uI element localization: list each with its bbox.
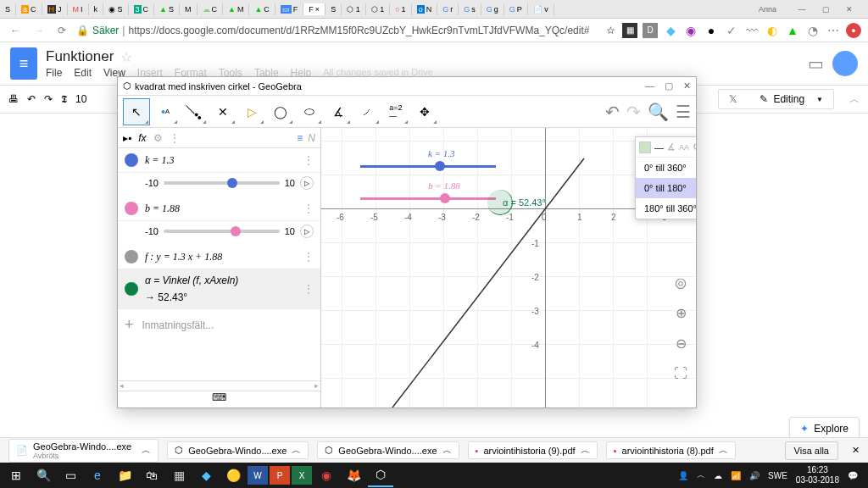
row-menu-icon[interactable]: ⋮ <box>303 154 314 166</box>
store-icon[interactable]: 🛍 <box>139 463 164 487</box>
chevron-up-icon[interactable]: ︿ <box>292 444 301 457</box>
move-tool[interactable]: ↖ <box>123 98 150 125</box>
chrome-icon[interactable]: 🟡 <box>220 463 246 487</box>
show-all-button[interactable]: Visa alla <box>785 441 838 460</box>
angle-option[interactable]: 0° till 360° <box>636 158 696 178</box>
maximize-icon[interactable]: ▢ <box>814 2 837 17</box>
browser-tab[interactable]: H J <box>42 3 68 15</box>
browser-tab[interactable]: ○ 1 <box>390 3 411 15</box>
line-tool[interactable]: —•• <box>181 98 208 125</box>
ext-icon[interactable]: ◉ <box>683 23 698 38</box>
browser-tab[interactable]: ⬡ 1 <box>342 3 366 15</box>
fullscreen-icon[interactable]: ⛶ <box>670 363 691 384</box>
polygon-tool[interactable]: ▷ <box>238 98 265 125</box>
algebra-row-alpha[interactable]: α = Vinkel (f, xAxeln) → 52.43° ⋮ <box>118 269 320 309</box>
firefox-icon[interactable]: 🦊 <box>341 463 366 487</box>
menu-edit[interactable]: Edit <box>74 67 92 79</box>
play-icon[interactable]: ▷ <box>300 176 314 190</box>
ggb-titlebar[interactable]: ⬡ kvadrat med inskriven cirkel - GeoGebr… <box>118 77 696 96</box>
slider-thumb[interactable] <box>435 161 445 171</box>
app-icon[interactable]: ◆ <box>193 463 219 487</box>
redo-icon[interactable]: ↷ <box>44 93 53 105</box>
undo-icon[interactable]: ↶ <box>27 93 36 105</box>
close-icon[interactable]: ✕ <box>683 80 691 92</box>
close-downloads-icon[interactable]: ✕ <box>852 445 860 456</box>
algebra-row-k[interactable]: k = 1.3 ⋮ <box>118 148 320 173</box>
onedrive-icon[interactable]: ☁ <box>714 471 722 480</box>
close-icon[interactable]: ✕ <box>837 2 861 17</box>
zoom-in-icon[interactable]: ⊕ <box>670 302 691 323</box>
star-doc-icon[interactable]: ☆ <box>120 49 132 65</box>
redo-icon[interactable]: ↷ <box>626 102 641 122</box>
angle-style-icon[interactable]: ∡ <box>667 141 676 152</box>
scroll-left-icon[interactable]: ◂ <box>120 381 124 390</box>
color-swatch[interactable] <box>639 141 651 153</box>
target-icon[interactable]: ◎ <box>670 272 691 292</box>
browser-tab[interactable]: o N <box>412 3 438 15</box>
browser-tab[interactable]: k <box>89 3 104 15</box>
visibility-toggle[interactable] <box>125 202 138 215</box>
abp-icon[interactable]: ● <box>846 23 861 38</box>
browser-tab[interactable]: 3 C <box>129 3 155 15</box>
ellipse-tool[interactable]: ⬭ <box>296 98 323 125</box>
print-icon[interactable]: 🖶 <box>8 93 19 105</box>
browser-tab[interactable]: M I <box>68 3 89 15</box>
ext-icon[interactable]: ◆ <box>663 23 678 38</box>
language-indicator[interactable]: SWE <box>768 471 787 480</box>
slider-track[interactable] <box>164 181 280 185</box>
perpendicular-tool[interactable]: ✕ <box>209 98 236 125</box>
scroll-right-icon[interactable]: ▸ <box>314 381 319 390</box>
fx-icon[interactable]: fx <box>138 132 146 144</box>
editing-mode[interactable]: 𝕏 ✎ Editing ▼ <box>718 89 834 109</box>
ext-icon[interactable]: ◐ <box>765 23 780 38</box>
task-view-icon[interactable]: ▭ <box>58 463 83 487</box>
download-item[interactable]: ⬡ GeoGebra-Windo....exe ︿ <box>317 441 459 459</box>
browser-tab-active[interactable]: F × <box>303 3 326 15</box>
browser-tab[interactable]: a C <box>16 3 42 15</box>
start-icon[interactable]: ⊞ <box>3 463 29 487</box>
wifi-icon[interactable]: 📶 <box>731 471 741 480</box>
input-bar-icon[interactable]: ▸▪ <box>123 132 131 144</box>
graphics-view[interactable]: ▸ -6 -5 -4 -3 -2 -1 0 1 2 3 -1 -2 -3 -4 … <box>321 128 696 408</box>
browser-tab[interactable]: M <box>180 3 198 15</box>
gear-icon[interactable]: ⚙ <box>153 132 163 144</box>
chevron-up-icon[interactable]: ︿ <box>581 444 590 457</box>
algebra-row-f[interactable]: f : y = 1.3 x + 1.88 ⋮ <box>118 245 320 269</box>
label-icon[interactable]: AA <box>679 143 689 152</box>
download-item[interactable]: 📄 GeoGebra-Windo....exe Avbröts ︿ <box>8 439 159 463</box>
row-menu-icon[interactable]: ⋮ <box>303 251 314 263</box>
collapse-icon[interactable]: ︿ <box>849 92 860 107</box>
search-icon[interactable]: 🔍 <box>648 102 669 122</box>
word-icon[interactable]: W <box>248 466 268 485</box>
browser-tab[interactable]: G g <box>481 3 504 15</box>
slider-thumb[interactable] <box>440 193 450 203</box>
geogebra-task-icon[interactable]: ⬡ <box>368 463 393 487</box>
browser-tab[interactable]: G P <box>504 3 528 15</box>
point-tool[interactable]: •A <box>152 98 179 125</box>
reload-icon[interactable]: ⟳ <box>54 23 70 38</box>
keyboard-toggle-icon[interactable]: ⌨ <box>118 391 320 408</box>
browser-tab[interactable]: ☁ C <box>198 3 224 15</box>
graph-slider-b[interactable] <box>360 197 496 200</box>
paint-icon[interactable]: 𝕿 <box>61 93 67 105</box>
add-icon[interactable]: + <box>125 316 134 334</box>
star-icon[interactable]: ☆ <box>606 25 615 36</box>
chevron-up-icon[interactable]: ︿ <box>719 444 728 457</box>
line-style-icon[interactable]: — <box>654 142 664 152</box>
docs-logo-icon[interactable]: ≡ <box>10 47 37 80</box>
ext-icon[interactable]: ⋯ <box>826 23 841 38</box>
ext-icon[interactable]: D <box>643 23 658 38</box>
browser-tab[interactable]: 📄 v <box>528 3 554 15</box>
ext-icon[interactable]: ▲ <box>785 23 800 38</box>
download-item[interactable]: ▪ arviointihistoria (8).pdf ︿ <box>606 441 736 459</box>
minimize-icon[interactable]: — <box>790 2 814 17</box>
menu-file[interactable]: File <box>46 67 62 79</box>
browser-tab[interactable]: ▲ M <box>223 3 249 15</box>
browser-tab[interactable]: ◉ S <box>103 3 129 15</box>
visibility-toggle[interactable] <box>125 153 138 167</box>
play-icon[interactable]: ▷ <box>300 225 314 238</box>
more-icon[interactable]: ⋮ <box>170 132 180 144</box>
slider-track[interactable] <box>164 230 280 233</box>
browser-tab[interactable]: ⬡ 1 <box>366 3 391 15</box>
download-item[interactable]: ⬡ GeoGebra-Windo....exe ︿ <box>167 441 309 459</box>
